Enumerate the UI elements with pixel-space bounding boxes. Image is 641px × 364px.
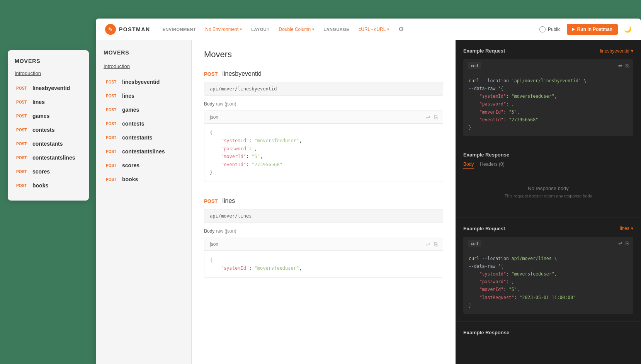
sidebar-card-title: MOVERS [12,58,84,64]
dark-code-body-1: curl --location 'api/mover/linesbyeventi… [463,72,633,136]
code-block-header-1: json ⇌ ⎘ [204,111,443,124]
env-dropdown[interactable]: No Environment ▾ [205,27,242,32]
sidebar-item-label: books [122,176,138,182]
code-actions-2: ⇌ ⎘ [426,241,437,247]
method-badge: POST [16,128,29,132]
example-header-1: Example Request linesbyeventid ▾ [463,48,633,54]
example-request-title-2: Example Request [463,226,505,231]
method-badge: POST [106,136,118,140]
method-badge: POST [106,150,118,154]
dark-code-block-2: curl ⇌ ⎘ curl --location api/mover/lines… [463,237,633,314]
dark-code-header-1: curl ⇌ ⎘ [463,59,633,72]
run-in-postman-button[interactable]: Run in Postman [567,24,618,35]
sidebar-item-label: contestants [122,134,153,141]
dark-copy-icon-1[interactable]: ⎘ [626,63,629,69]
sidebar-card-item[interactable]: POSTcontestants [12,137,84,150]
method-tag-1: POST [204,71,218,77]
code-body-2: { "systemId": "moversfeeduser", [204,251,443,277]
sidebar-card-item[interactable]: POSTcontests [12,123,84,136]
method-badge: POST [106,177,118,182]
postman-brand-text: POSTMAN [119,26,150,32]
response-header-1: Example Response Body Headers (0) [463,152,633,169]
example-response-1: Example Response Body Headers (0) No res… [456,144,641,218]
method-badge: POST [106,108,118,112]
response-title-1: Example Response [463,152,633,158]
method-badge: POST [16,100,29,104]
sidebar-card-item[interactable]: POSTscores [12,165,84,178]
right-panel: Example Request linesbyeventid ▾ curl ⇌ … [456,40,641,364]
copy-icon-2[interactable]: ⎘ [434,241,437,247]
postman-logo-icon: ✎ [105,24,116,35]
sidebar-item[interactable]: POSTbooks [102,173,185,186]
sidebar-item[interactable]: POSTgames [102,103,185,116]
logo-area: ✎ POSTMAN [105,24,150,35]
dark-wrap-icon-1[interactable]: ⇌ [618,63,622,69]
no-response-sub-1: This request doesn't return any response… [463,194,633,198]
sidebar-card-item[interactable]: POSTlines [12,95,84,109]
layout-dropdown[interactable]: Double Column ▾ [279,27,315,32]
method-badge: POST [106,122,118,126]
sidebar-card-items: POSTlinesbyeventidPOSTlinesPOSTgamesPOST… [12,82,84,192]
sidebar-item-label: lines [32,99,45,105]
layout-label: LAYOUT [251,27,269,32]
globe-icon [539,26,546,32]
sidebar-item[interactable]: POSTlines [102,89,185,102]
wrap-icon-2[interactable]: ⇌ [426,241,430,247]
endpoint-url-1: api/mover/linesbyeventid [204,82,443,96]
sidebar: MOVERS Introduction POSTlinesbyeventidPO… [96,40,192,364]
top-nav: ✎ POSTMAN ENVIRONMENT No Environment ▾ L… [96,19,641,40]
code-actions-1: ⇌ ⎘ [426,114,437,120]
sidebar-item-label: books [32,182,48,189]
example-name-dropdown-2[interactable]: lines ▾ [620,226,633,231]
sidebar-item-label: scores [122,162,139,168]
response-tab-headers-1[interactable]: Headers (0) [480,162,504,169]
language-dropdown[interactable]: cURL - cURL ▾ [359,27,389,32]
browser-window: ✎ POSTMAN ENVIRONMENT No Environment ▾ L… [96,19,641,364]
sidebar-card-item[interactable]: POSTcontestantslines [12,151,84,164]
sidebar-item-label: contests [122,121,145,127]
no-response-title-1: No response body [463,185,633,191]
sidebar-card-item[interactable]: POSTgames [12,109,84,122]
sidebar-item[interactable]: POSTcontestantslines [102,145,185,158]
example-header-2: Example Request lines ▾ [463,226,633,231]
sidebar-item-label: contestantslines [32,155,75,161]
code-lang-2: json [210,242,218,247]
no-response-1: No response body This request doesn't re… [463,174,633,210]
example-name-dropdown-1[interactable]: linesbyeventid ▾ [600,48,633,54]
dark-copy-icon-2[interactable]: ⎘ [626,240,629,246]
page-title: Movers [204,49,443,60]
sidebar-card-item[interactable]: POSTbooks [12,179,84,192]
sidebar-item-label: games [32,113,49,119]
sidebar-item-label: lines [122,93,134,99]
method-badge: POST [16,86,29,90]
example-request-1: Example Request linesbyeventid ▾ curl ⇌ … [456,40,641,144]
response-tab-body-1[interactable]: Body [463,162,474,169]
wrap-icon-1[interactable]: ⇌ [426,114,430,120]
code-block-2: json ⇌ ⎘ { "systemId": "moversfeeduser", [204,238,443,278]
endpoint-url-2: api/mover/lines [204,209,443,223]
dark-mode-toggle[interactable]: 🌙 [624,26,632,33]
response-header-2: Example Response [463,330,633,335]
sidebar-intro[interactable]: Introduction [102,63,185,69]
sidebar-title: MOVERS [102,49,185,56]
sidebar-item[interactable]: POSTcontestants [102,131,185,144]
endpoint-name-1: linesbyeventid [222,70,261,77]
endpoint-name-2: lines [222,197,235,204]
sidebar-item-label: games [122,107,139,113]
copy-icon-1[interactable]: ⎘ [434,114,437,120]
gear-icon[interactable]: ⚙ [398,26,404,33]
dark-lang-tab-1: curl [468,62,481,69]
example-request-title-1: Example Request [463,48,505,54]
endpoint-lines: POST lines api/mover/lines Body raw (jso… [204,197,443,278]
sidebar-intro-link[interactable]: Introduction [12,70,84,76]
method-badge: POST [16,156,29,160]
sidebar-item[interactable]: POSTscores [102,159,185,172]
nav-right: Public Run in Postman 🌙 [539,24,632,35]
sidebar-card-item[interactable]: POSTlinesbyeventid [12,82,84,95]
method-badge: POST [16,142,29,146]
sidebar-item[interactable]: POSTlinesbyeventid [102,75,185,88]
dark-wrap-icon-2[interactable]: ⇌ [618,240,622,246]
code-body-1: { "systemId": "moversfeeduser", "passwor… [204,124,443,182]
sidebar-item[interactable]: POSTcontests [102,117,185,130]
public-label: Public [548,27,561,32]
